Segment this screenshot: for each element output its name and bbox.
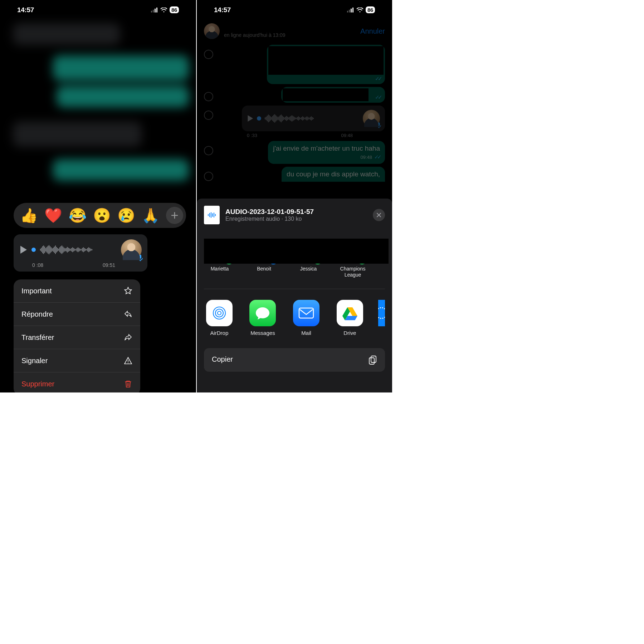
clock: 14:57 xyxy=(214,6,231,14)
contact-label: Champions League xyxy=(337,266,369,278)
share-app-airdrop[interactable]: AirDrop xyxy=(204,300,235,336)
star-icon xyxy=(124,287,132,295)
voice-message-bubble: 0 :08 09:51 xyxy=(14,234,147,272)
copy-icon xyxy=(369,355,377,365)
progress-dot[interactable] xyxy=(31,248,36,252)
svg-point-19 xyxy=(215,309,223,317)
contacts-redacted xyxy=(204,239,389,264)
microphone-icon xyxy=(137,254,143,262)
progress-dot[interactable] xyxy=(257,116,261,121)
share-file-subtitle: Enregistrement audio · 130 ko xyxy=(225,216,314,222)
reaction-heart[interactable]: ❤️ xyxy=(44,208,62,223)
reaction-thumbs-up[interactable]: 👍 xyxy=(20,208,38,223)
message-time: 09:48 xyxy=(360,155,372,160)
read-ticks-icon: ✓✓ xyxy=(375,94,381,101)
status-bar: 14:57 86 xyxy=(197,0,392,20)
phone-right: 14:57 86 en ligne aujourd'hui à 13:09 An… xyxy=(196,0,392,392)
close-button[interactable] xyxy=(373,209,385,221)
play-icon[interactable] xyxy=(19,245,27,254)
app-label: Messages xyxy=(250,330,275,336)
app-label: AirDrop xyxy=(210,330,228,336)
play-icon[interactable] xyxy=(247,114,253,122)
reaction-wow[interactable]: 😮 xyxy=(93,208,111,223)
svg-rect-7 xyxy=(349,10,350,13)
warning-icon xyxy=(124,356,132,365)
status-bar: 14:57 86 xyxy=(0,0,196,20)
svg-rect-5 xyxy=(139,255,141,259)
menu-reply[interactable]: Répondre xyxy=(14,303,140,326)
select-checkbox[interactable] xyxy=(204,92,213,101)
message-text: du coup je me dis apple watch, xyxy=(287,170,380,178)
trash-icon xyxy=(124,380,132,388)
svg-rect-23 xyxy=(371,356,376,362)
svg-point-18 xyxy=(218,311,221,315)
menu-important[interactable]: Important xyxy=(14,279,140,303)
menu-label: Transférer xyxy=(21,333,54,342)
wifi-icon xyxy=(160,8,167,13)
voice-position: 0 :08 xyxy=(32,262,43,268)
svg-rect-1 xyxy=(153,10,154,13)
reply-icon xyxy=(124,310,132,318)
menu-forward[interactable]: Transférer xyxy=(14,326,140,349)
share-file-row: AUDIO-2023-12-01-09-51-57 Enregistrement… xyxy=(204,206,385,224)
wifi-icon xyxy=(356,8,364,13)
reaction-cry[interactable]: 😢 xyxy=(117,208,135,223)
menu-label: Signaler xyxy=(21,357,48,365)
svg-rect-21 xyxy=(299,308,313,318)
message-bubble[interactable]: du coup je me dis apple watch, xyxy=(282,167,385,182)
share-sheet: AUDIO-2023-12-01-09-51-57 Enregistrement… xyxy=(197,199,392,392)
signal-icon xyxy=(347,8,354,13)
reaction-bar: 👍 ❤️ 😂 😮 😢 🙏 xyxy=(14,203,186,228)
contact-name-redacted xyxy=(224,24,274,32)
reaction-more-button[interactable] xyxy=(166,207,183,224)
message-context-menu: Important Répondre Transférer Signaler S… xyxy=(14,279,140,392)
signal-icon xyxy=(151,8,158,13)
action-copy[interactable]: Copier xyxy=(204,348,385,372)
read-ticks-icon: ✓✓ xyxy=(374,154,380,160)
waveform[interactable] xyxy=(265,114,359,123)
menu-delete[interactable]: Supprimer xyxy=(14,372,140,392)
voice-position: 0 :33 xyxy=(247,133,257,138)
share-app-mail[interactable]: Mail xyxy=(291,300,322,336)
share-app-messages[interactable]: Messages xyxy=(248,300,278,336)
sender-avatar[interactable] xyxy=(121,239,142,260)
share-apps-row: AirDrop Messages Mail Drive xyxy=(204,300,385,336)
reaction-laugh[interactable]: 😂 xyxy=(69,208,87,223)
sender-avatar[interactable] xyxy=(363,110,380,127)
chat-avatar[interactable] xyxy=(204,23,220,39)
phone-left: 14:57 86 👍 ❤️ 😂 😮 😢 🙏 xyxy=(0,0,196,392)
contact-label: Jessica xyxy=(300,266,317,272)
battery-level: 86 xyxy=(170,6,179,13)
voice-message-bubble xyxy=(242,106,385,131)
select-checkbox[interactable] xyxy=(204,172,213,181)
voice-timestamp: 09:51 xyxy=(103,262,115,268)
cancel-button[interactable]: Annuler xyxy=(360,27,385,35)
select-checkbox[interactable] xyxy=(204,50,213,59)
contact-label: Marietta xyxy=(211,266,229,272)
svg-rect-11 xyxy=(378,122,380,126)
svg-rect-9 xyxy=(352,8,353,13)
microphone-icon xyxy=(376,122,381,128)
reaction-pray[interactable]: 🙏 xyxy=(142,208,160,223)
select-checkbox[interactable] xyxy=(204,146,213,155)
svg-point-4 xyxy=(164,11,165,12)
message-text: j'ai envie de m'acheter un truc haha xyxy=(273,145,380,152)
menu-label: Répondre xyxy=(21,310,53,318)
svg-rect-24 xyxy=(369,358,374,364)
share-app-drive[interactable]: Drive xyxy=(335,300,365,336)
share-app-partial[interactable] xyxy=(378,300,385,336)
share-file-name: AUDIO-2023-12-01-09-51-57 xyxy=(225,208,314,216)
select-checkbox[interactable] xyxy=(204,111,213,120)
message-bubble[interactable]: j'ai envie de m'acheter un truc haha 09:… xyxy=(268,141,385,164)
contact-label: Benoit xyxy=(257,266,271,272)
forward-icon xyxy=(124,333,132,342)
app-label: Mail xyxy=(301,330,311,336)
svg-rect-2 xyxy=(155,9,156,13)
menu-label: Supprimer xyxy=(21,380,54,388)
waveform[interactable] xyxy=(40,245,117,254)
menu-report[interactable]: Signaler xyxy=(14,349,140,372)
svg-rect-0 xyxy=(151,11,152,13)
svg-rect-8 xyxy=(351,9,352,13)
svg-point-10 xyxy=(360,11,361,12)
app-label: Drive xyxy=(343,330,356,336)
